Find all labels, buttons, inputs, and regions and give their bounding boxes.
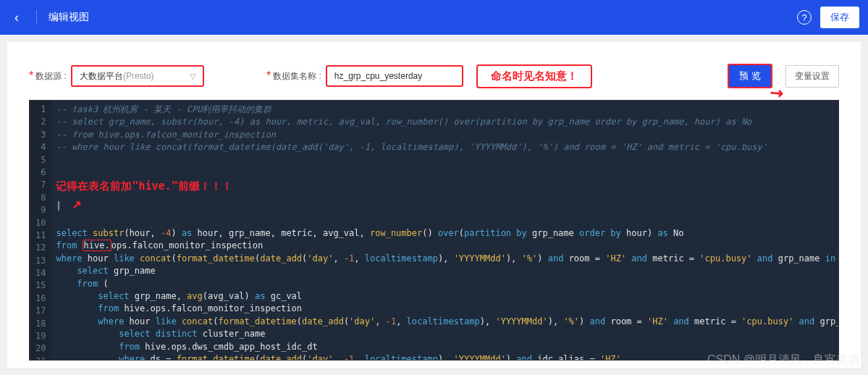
header-left: ‹ 编辑视图: [9, 7, 89, 28]
code-editor: 1 2 3 4 5 6 7 8 9 10 11 12 13 14 15 16 1…: [29, 100, 839, 361]
form-row: * 数据源 : 大数据平台(Presto) ▽ * 数据集名称 : 命名时见名知…: [29, 64, 839, 88]
page-title: 编辑视图: [49, 11, 89, 24]
header-right: ? 保存: [797, 7, 859, 28]
required-mark: *: [29, 69, 33, 83]
chevron-down-icon: ▽: [190, 72, 195, 81]
back-icon[interactable]: ‹: [9, 7, 25, 28]
line-gutter: 1 2 3 4 5 6 7 8 9 10 11 12 13 14 15 16 1…: [30, 101, 51, 360]
dataset-label: 数据集名称 :: [273, 70, 321, 83]
save-button[interactable]: 保存: [820, 7, 859, 28]
datasource-field: * 数据源 : 大数据平台(Presto) ▽: [29, 65, 204, 87]
dataset-input[interactable]: [334, 67, 455, 85]
preview-button[interactable]: 预 览: [728, 64, 772, 88]
dataset-field: * 数据集名称 :: [266, 65, 463, 87]
datasource-label: 数据源 :: [35, 70, 67, 83]
divider: [36, 10, 37, 25]
annotation-naming: 命名时见名知意！: [476, 64, 592, 88]
code-area[interactable]: -- task3 杭州机房 - 某天 - CPU利用率抖动的集群 -- sele…: [51, 101, 838, 360]
help-icon[interactable]: ?: [797, 10, 812, 25]
datasource-select[interactable]: 大数据平台(Presto) ▽: [71, 65, 204, 87]
content: * 数据源 : 大数据平台(Presto) ▽ * 数据集名称 : 命名时见名知…: [7, 42, 861, 368]
datasource-value: 大数据平台(Presto): [80, 70, 154, 83]
annotation-hive-prefix: 记得在表名前加"hive."前缀！！！: [56, 179, 232, 195]
arrow-up-icon: ↗: [72, 194, 81, 212]
watermark: CSDN @明月清风，良宵美酒: [707, 353, 859, 368]
dataset-input-wrap: [326, 65, 463, 87]
page-header: ‹ 编辑视图 ? 保存: [0, 0, 868, 35]
variable-settings-button[interactable]: 变量设置: [785, 65, 839, 88]
required-mark: *: [266, 69, 271, 83]
